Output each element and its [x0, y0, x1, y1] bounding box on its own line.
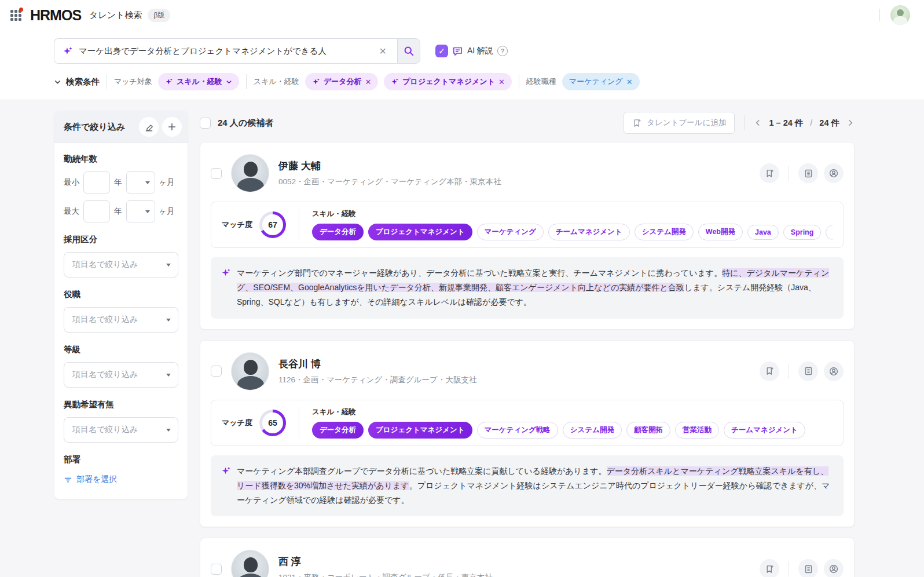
tenure-min-years-input[interactable] — [83, 171, 110, 193]
next-page-icon[interactable] — [846, 119, 855, 127]
filter-group-skills: スキル・経験 データ分析✕ プロジェクトマネジメント✕ — [254, 73, 512, 90]
help-icon[interactable]: ? — [497, 46, 508, 56]
grade-select[interactable]: 項目名で絞り込み — [64, 362, 178, 388]
resume-document-button[interactable] — [798, 163, 818, 183]
clear-filters-button[interactable] — [139, 117, 159, 137]
candidate-avatar — [231, 154, 269, 192]
search-input[interactable] — [79, 46, 376, 56]
employment-type-select[interactable]: 項目名で絞り込み — [64, 252, 178, 277]
candidate-meta: 1021・事務・コーポレート・調査グループ・係長・東京本社 — [278, 572, 760, 577]
hrmos-logo: HRMOS — [30, 7, 81, 24]
candidate-meta: 1126・企画・マーケティング・調査グループ・大阪支社 — [278, 375, 760, 385]
skill-chip: チームマネジメント — [724, 422, 805, 439]
document-icon — [804, 366, 813, 376]
skill-chip: データ分析 — [312, 224, 364, 240]
user-avatar[interactable] — [890, 5, 910, 25]
filter-group-label: マッチ対象 — [114, 76, 152, 87]
ai-sparkle-icon — [221, 466, 231, 476]
year-unit: 年 — [114, 177, 122, 188]
tenure-max-months-select[interactable] — [126, 200, 155, 222]
divider — [246, 74, 247, 89]
candidate-card: 長谷川 博 1126・企画・マーケティング・調査グループ・大阪支社 マッチ度 6… — [200, 340, 855, 528]
product-title: タレント検索 — [89, 10, 142, 21]
bookmark-plus-button[interactable] — [760, 559, 779, 577]
skill-chip: Web開発 — [698, 224, 743, 240]
resume-document-button[interactable] — [798, 361, 818, 381]
match-target-chip[interactable]: スキル・経験 — [158, 73, 239, 90]
bookmark-plus-button[interactable] — [760, 361, 779, 381]
results-panel: 24 人の候補者 タレントプールに追加 1 – 24 件 / 24 件 伊藤 大… — [200, 111, 855, 577]
tenure-filter-section: 勤続年数 最小 年 ヶ月 最大 年 ヶ月 — [64, 154, 178, 222]
remove-chip-icon[interactable]: ✕ — [626, 78, 633, 86]
person-circle-icon — [828, 564, 839, 574]
position-select[interactable]: 項目名で絞り込み — [64, 307, 178, 333]
candidate-checkbox[interactable] — [211, 366, 222, 377]
candidate-card: 西 淳 1021・事務・コーポレート・調査グループ・係長・東京本社 マッチ度 6… — [200, 538, 855, 577]
chevron-down-icon — [226, 79, 232, 85]
transfer-wish-select[interactable]: 項目名で絞り込み — [64, 417, 178, 443]
candidate-count: 24 人の候補者 — [218, 118, 624, 129]
document-icon — [804, 169, 813, 178]
divider — [107, 74, 107, 89]
clear-search-icon[interactable]: ✕ — [376, 45, 390, 58]
divider — [789, 364, 789, 379]
ai-sparkle-icon — [221, 268, 231, 277]
ai-summary-text: マーケティング部門でのマネージャー経験があり、データ分析に基づいた戦略立案と実行… — [237, 266, 833, 310]
page-range: 1 – 24 件 — [769, 118, 803, 129]
candidate-name[interactable]: 長谷川 博 — [278, 357, 760, 371]
app-grid-menu-icon[interactable] — [9, 9, 22, 21]
filter-section-label: 等級 — [64, 344, 178, 355]
ai-summary-text: マーケティング本部調査グループでデータ分析に基づいた戦略立案に貢献している経験が… — [237, 464, 833, 508]
candidate-name[interactable]: 伊藤 大輔 — [278, 159, 760, 173]
ai-explanation-checkbox[interactable]: ✓ — [435, 45, 448, 57]
resume-document-button[interactable] — [798, 559, 818, 577]
match-section: マッチ度 67 スキル・経験 データ分析プロジェクトマネジメントマーケティングチ… — [211, 202, 844, 248]
select-department-link[interactable]: 部署を選択 — [64, 474, 117, 485]
prev-page-icon[interactable] — [754, 119, 762, 127]
candidate-checkbox[interactable] — [211, 564, 222, 575]
candidate-checkbox[interactable] — [211, 168, 222, 179]
tenure-max-years-input[interactable] — [83, 200, 110, 222]
bookmark-plus-button[interactable] — [760, 163, 779, 183]
sparkle-icon — [165, 78, 173, 86]
person-circle-icon — [828, 168, 839, 178]
skill-chip: マーケティング — [477, 224, 544, 240]
candidate-avatar — [231, 550, 269, 577]
match-score: 67 — [262, 214, 283, 235]
match-score-ring: 67 — [259, 211, 286, 238]
skill-chip: プロジェクトマネジメント — [368, 224, 472, 240]
profile-button[interactable] — [824, 361, 844, 381]
search-button[interactable] — [397, 38, 420, 64]
remove-chip-icon[interactable]: ✕ — [498, 78, 505, 86]
month-unit: ヶ月 — [159, 206, 175, 217]
remove-chip-icon[interactable]: ✕ — [365, 78, 371, 86]
candidate-meta: 0052・企画・マーケティング・マーケティング本部・東京本社 — [278, 177, 760, 187]
skill-chip: プロジェクトマネジメント — [368, 422, 472, 439]
profile-button[interactable] — [824, 163, 844, 183]
filter-section-label: 役職 — [64, 289, 178, 300]
job-filter-chip[interactable]: マーケティング✕ — [562, 73, 640, 90]
add-to-talent-pool-button[interactable]: タレントプールに追加 — [624, 112, 735, 134]
comment-icon — [452, 46, 463, 57]
filter-section-label: 勤続年数 — [64, 154, 178, 165]
divider — [744, 115, 745, 130]
candidate-card: 伊藤 大輔 0052・企画・マーケティング・マーケティング本部・東京本社 マッチ… — [200, 142, 855, 330]
divider — [789, 166, 789, 181]
skill-filter-chip[interactable]: データ分析✕ — [305, 73, 379, 90]
ai-summary: マーケティング部門でのマネージャー経験があり、データ分析に基づいた戦略立案と実行… — [211, 257, 844, 319]
search-conditions-toggle[interactable]: 検索条件 — [54, 76, 100, 87]
max-label: 最大 — [64, 206, 79, 217]
select-all-checkbox[interactable] — [200, 118, 211, 129]
app-header: HRMOS タレント検索 β版 — [0, 0, 924, 30]
candidate-name[interactable]: 西 淳 — [278, 555, 760, 568]
search-input-container: ✕ — [54, 38, 397, 64]
tenure-min-months-select[interactable] — [126, 171, 155, 193]
match-label: マッチ度 — [222, 418, 252, 428]
month-unit: ヶ月 — [159, 177, 175, 188]
profile-button[interactable] — [824, 559, 844, 577]
skill-filter-chip[interactable]: プロジェクトマネジメント✕ — [384, 73, 512, 90]
bookmark-plus-icon — [632, 118, 642, 128]
beta-badge: β版 — [148, 9, 170, 22]
bookmark-plus-icon — [765, 169, 775, 178]
add-filter-button[interactable] — [162, 117, 182, 137]
